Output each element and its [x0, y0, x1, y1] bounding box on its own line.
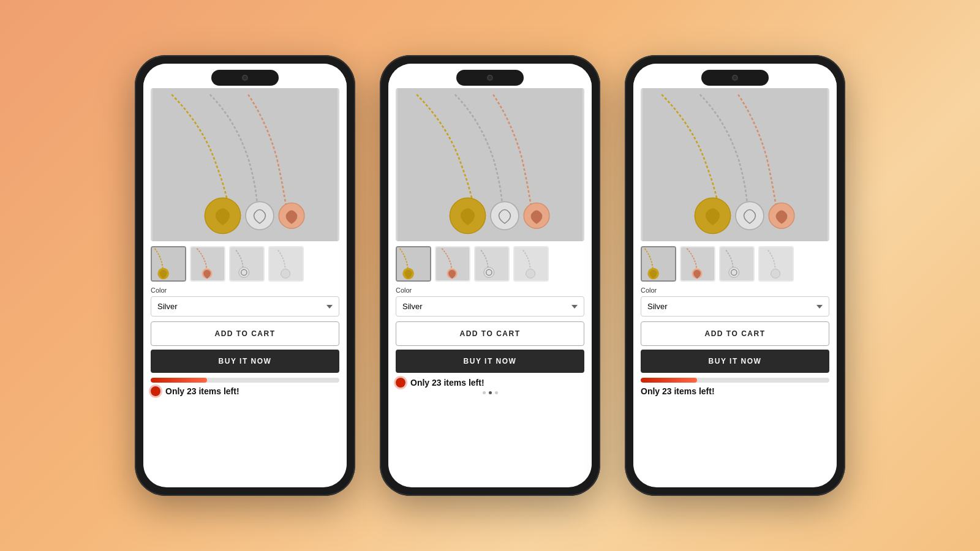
thumb-middle-3[interactable]	[474, 246, 510, 282]
svg-point-22	[484, 268, 494, 278]
camera-middle	[487, 75, 493, 81]
color-label-right: Color	[641, 287, 829, 294]
color-section-right: Color Silver Gold Rose Gold White Gold	[641, 287, 829, 317]
necklace-svg-left	[151, 88, 339, 241]
thumb-left-1[interactable]	[151, 246, 186, 282]
svg-point-35	[729, 268, 739, 278]
thumb-right-1[interactable]	[641, 246, 676, 282]
svg-point-28	[736, 201, 764, 230]
thumb-middle-2[interactable]	[435, 246, 470, 282]
notch-left	[211, 70, 279, 86]
svg-point-38	[771, 269, 780, 278]
add-to-cart-button-right[interactable]: ADD TO CART	[641, 321, 829, 346]
product-image-left	[151, 88, 339, 241]
svg-point-2	[246, 201, 274, 230]
phone-right-screen: Color Silver Gold Rose Gold White Gold A…	[633, 64, 837, 487]
thumb-middle-4[interactable]	[513, 246, 549, 282]
color-section-left: Color Silver Gold Rose Gold White Gold	[151, 287, 339, 317]
buy-it-now-button-left[interactable]: BUY IT NOW	[151, 350, 339, 373]
stock-info-right: Only 23 items left!	[641, 386, 829, 396]
phone-left: Color Silver Gold Rose Gold White Gold A…	[135, 55, 355, 496]
phone-left-content: Color Silver Gold Rose Gold White Gold A…	[143, 88, 347, 487]
svg-point-9	[239, 268, 249, 278]
product-image-middle	[396, 88, 584, 241]
stock-dot-left	[151, 386, 160, 396]
svg-rect-26	[643, 88, 827, 241]
svg-point-15	[491, 201, 519, 230]
camera-right	[732, 75, 738, 81]
necklace-svg-right	[641, 88, 829, 241]
stock-info-left: Only 23 items left!	[151, 386, 339, 396]
camera-left	[242, 75, 248, 81]
thumb-left-2[interactable]	[190, 246, 225, 282]
buy-it-now-button-right[interactable]: BUY IT NOW	[641, 350, 829, 373]
color-select-right[interactable]: Silver Gold Rose Gold White Gold	[641, 296, 829, 317]
svg-rect-0	[153, 88, 337, 241]
notch-bar-left	[143, 64, 347, 88]
stock-text-left: Only 23 items left!	[165, 386, 239, 396]
thumbnails-left	[151, 246, 339, 282]
color-label-left: Color	[151, 287, 339, 294]
phone-right: Color Silver Gold Rose Gold White Gold A…	[625, 55, 845, 496]
phone-middle-screen: Color Silver Gold Rose Gold White Gold A…	[388, 64, 592, 487]
color-select-middle[interactable]: Silver Gold Rose Gold White Gold	[396, 296, 584, 317]
phone-middle: Color Silver Gold Rose Gold White Gold A…	[380, 55, 600, 496]
svg-rect-13	[398, 88, 582, 241]
notch-bar-right	[633, 64, 837, 88]
phone-middle-wrapper: Color Silver Gold Rose Gold White Gold A…	[380, 55, 600, 496]
phone-middle-content: Color Silver Gold Rose Gold White Gold A…	[388, 88, 592, 487]
dot-3	[495, 391, 498, 394]
product-image-right	[641, 88, 829, 241]
stock-bar-left	[151, 378, 339, 383]
notch-middle	[456, 70, 524, 86]
thumbnails-middle	[396, 246, 584, 282]
svg-point-12	[281, 269, 290, 278]
stock-bar-container-left	[151, 378, 339, 383]
thumb-left-3[interactable]	[229, 246, 265, 282]
phone-left-screen: Color Silver Gold Rose Gold White Gold A…	[143, 64, 347, 487]
page-dots-middle	[396, 388, 584, 397]
phone-right-content: Color Silver Gold Rose Gold White Gold A…	[633, 88, 837, 487]
stock-dot-middle	[396, 378, 405, 388]
phone-left-wrapper: Color Silver Gold Rose Gold White Gold A…	[135, 55, 355, 496]
stock-text-right: Only 23 items left!	[641, 386, 715, 396]
color-section-middle: Color Silver Gold Rose Gold White Gold	[396, 287, 584, 317]
thumbnails-right	[641, 246, 829, 282]
color-select-left[interactable]: Silver Gold Rose Gold White Gold	[151, 296, 339, 317]
svg-point-25	[526, 269, 535, 278]
thumb-right-4[interactable]	[758, 246, 794, 282]
dot-2	[489, 391, 492, 394]
stock-text-middle: Only 23 items left!	[410, 378, 484, 388]
stock-bar-fill-right	[641, 378, 697, 383]
buy-it-now-button-middle[interactable]: BUY IT NOW	[396, 350, 584, 373]
add-to-cart-button-middle[interactable]: ADD TO CART	[396, 321, 584, 346]
stock-bar-container-right	[641, 378, 829, 383]
dot-1	[483, 391, 486, 394]
thumb-right-3[interactable]	[719, 246, 755, 282]
stock-bar-right	[641, 378, 829, 383]
thumb-left-4[interactable]	[268, 246, 304, 282]
stock-bar-fill-left	[151, 378, 207, 383]
notch-right	[701, 70, 769, 86]
add-to-cart-button-left[interactable]: ADD TO CART	[151, 321, 339, 346]
thumb-middle-1[interactable]	[396, 246, 431, 282]
thumb-right-2[interactable]	[680, 246, 715, 282]
phone-right-wrapper: Color Silver Gold Rose Gold White Gold A…	[625, 55, 845, 496]
stock-info-middle: Only 23 items left!	[396, 378, 584, 388]
color-label-middle: Color	[396, 287, 584, 294]
necklace-svg-middle	[396, 88, 584, 241]
notch-bar-middle	[388, 64, 592, 88]
